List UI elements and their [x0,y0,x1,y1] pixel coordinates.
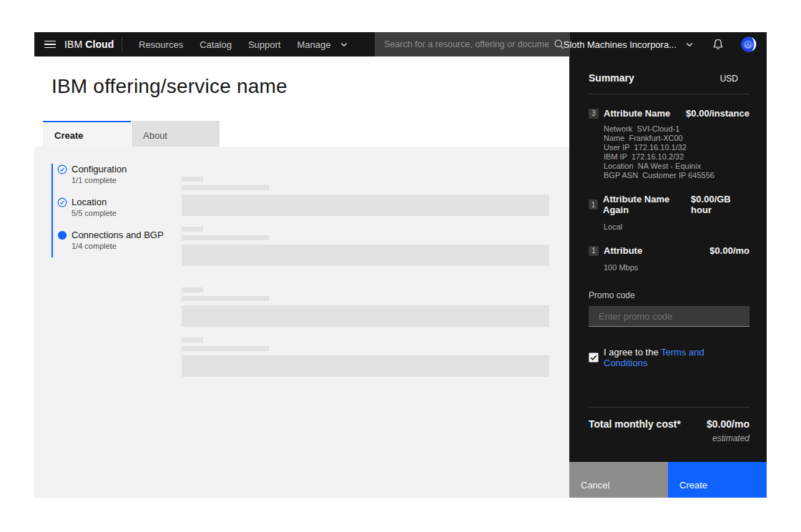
detail-local: Local [604,222,750,232]
progress-indicator: Configuration 1/1 complete Location 5/5 … [51,164,164,257]
skeleton-input [182,245,549,266]
step-status: 1/1 complete [72,176,127,184]
promo-code-label: Promo code [589,290,750,300]
detail-network: Network SVI-Cloud-1 [604,124,750,134]
summary-item-details: Network SVI-Cloud-1 Name Frankfurt-XC00 … [604,124,750,180]
detail-user-ip: User IP 172.16.10.1/32 [604,143,750,152]
skeleton-input [182,355,549,377]
summary-item-price: $0.00/GB hour [691,194,750,215]
skeleton-label [182,177,203,182]
step-label: Connections and BGP [72,230,164,240]
summary-item: 3 Attribute Name $0.00/instance Network … [589,108,750,180]
manage-chevron-down-icon[interactable] [340,40,348,49]
ibm-cloud-logo[interactable]: IBM Cloud [64,32,114,56]
total-block: Total monthly cost* $0.00/mo estimated [589,418,750,443]
nav-item-resources[interactable]: Resources [139,39,183,50]
summary-item: 1 Attribute Name Again $0.00/GB hour Loc… [589,194,750,232]
detail-bgp-asn: BGP ASN Customer IP 645556 [604,171,750,180]
account-selector[interactable]: Sloth Machines Incorpora... [564,39,677,50]
sloth-avatar[interactable] [741,36,757,52]
currency-selector[interactable]: USD [720,74,738,84]
step-label: Configuration [72,164,127,174]
brand-cloud: Cloud [85,39,114,50]
quantity-badge: 1 [589,246,599,256]
terms-text: I agree to the Terms and Conditions [604,347,750,368]
skeleton-label [182,287,203,292]
terms-row: I agree to the Terms and Conditions [589,347,750,368]
skeleton-field-group [182,287,549,327]
page-title: IBM offering/service name [51,75,288,98]
step-status: 5/5 complete [72,209,117,217]
skeleton-helper [182,235,269,240]
summary-item-details: Local [604,222,750,232]
detail-ibm-ip: IBM IP 172.16.10.2/32 [604,152,750,162]
skeleton-label [182,338,203,343]
tab-bar: Create About [43,121,220,147]
detail-bandwidth: 100 Mbps [604,263,750,272]
skeleton-input [182,305,549,327]
tab-about[interactable]: About [132,121,220,147]
summary-sidebar: Summary USD 3 Attribute Name $0.00/insta… [569,56,767,498]
step-location[interactable]: Location 5/5 complete [57,197,164,217]
cancel-button[interactable]: Cancel [569,462,668,498]
top-nav-bar: IBM Cloud Resources Catalog Support Mana… [34,32,767,56]
summary-item-details: 100 Mbps [604,263,750,272]
summary-item-name: Attribute Name [604,108,670,119]
step-connections-and-bgp[interactable]: Connections and BGP 1/4 complete [57,230,164,250]
header-right: Sloth Machines Incorpora... [564,32,757,56]
total-cost-value: $0.00/mo [707,418,750,430]
global-search [375,32,570,56]
summary-item-price: $0.00/mo [709,245,750,256]
hamburger-menu-icon[interactable] [44,39,56,50]
detail-location: Location NA West - Equinix [604,162,750,171]
quantity-badge: 3 [589,109,599,119]
step-configuration[interactable]: Configuration 1/1 complete [57,164,164,184]
notifications-bell-icon[interactable] [712,39,724,50]
step-complete-icon [57,164,67,174]
step-complete-icon [57,197,67,207]
nav-item-manage[interactable]: Manage [298,39,331,50]
tab-about-label: About [143,130,167,141]
main-panel: IBM offering/service name Create About [34,56,569,498]
page: IBM Cloud Resources Catalog Support Mana… [0,0,801,532]
create-button[interactable]: Create [668,462,767,498]
tab-create[interactable]: Create [43,121,131,147]
quantity-badge: 1 [589,200,598,210]
skeleton-helper [182,346,269,351]
header-nav: Resources Catalog Support Manage [139,32,348,56]
skeleton-helper [182,185,269,190]
skeleton-input [182,194,549,216]
terms-checkbox[interactable] [589,353,599,363]
nav-item-support[interactable]: Support [248,39,281,50]
step-current-icon [57,230,67,240]
total-cost-label: Total monthly cost* [589,418,681,430]
summary-item-name: Attribute Name Again [603,194,691,215]
app-window: IBM Cloud Resources Catalog Support Mana… [34,32,767,498]
skeleton-helper [182,296,269,301]
create-form-area: Configuration 1/1 complete Location 5/5 … [34,147,569,498]
skeleton-field-group [182,177,549,216]
step-status: 1/4 complete [72,242,164,250]
search-input[interactable] [375,39,549,49]
nav-item-catalog[interactable]: Catalog [200,39,232,50]
skeleton-field-group [182,227,549,266]
skeleton-field-group [182,338,549,377]
total-divider [589,407,750,408]
detail-name: Name Frankfurt-XC00 [604,134,750,143]
terms-prefix: I agree to the [604,347,661,358]
account-chevron-down-icon[interactable] [685,40,694,49]
step-label: Location [72,197,117,207]
estimated-note: estimated [589,433,750,443]
summary-item-price: $0.00/instance [686,108,750,119]
header-divider [122,37,122,51]
promo-code-input[interactable] [589,306,750,327]
tab-create-label: Create [54,130,83,141]
sidebar-actions: Cancel Create [569,462,767,498]
summary-title: Summary [589,72,634,84]
summary-divider [589,94,750,94]
skeleton-label [182,227,203,232]
summary-item-name: Attribute [604,245,642,256]
summary-item: 1 Attribute $0.00/mo 100 Mbps [589,245,750,272]
brand-ibm: IBM [64,39,82,50]
